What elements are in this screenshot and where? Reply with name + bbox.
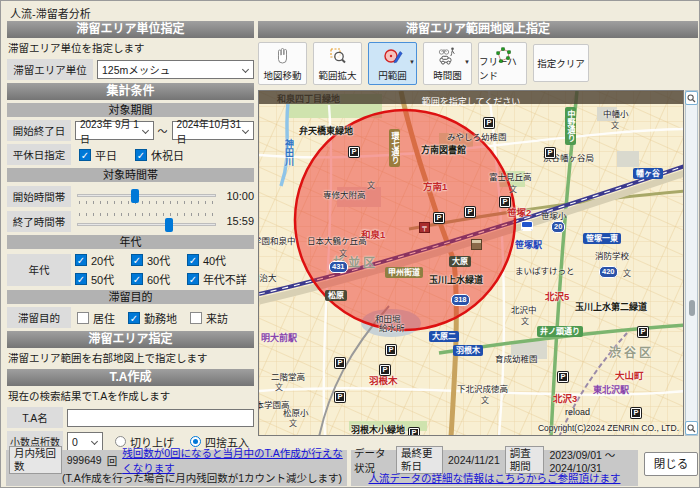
- section-header-ta: T.A作成: [7, 369, 254, 386]
- checkbox-休祝日[interactable]: ✓休祝日: [135, 147, 184, 163]
- map-label: みやしろ幼稚園: [447, 130, 507, 142]
- map-label: reload: [565, 407, 590, 417]
- map-label: 北沢5: [545, 289, 569, 303]
- map-label: 消防学校: [595, 249, 629, 261]
- tool-travel-time[interactable]: 時間圏 ▼: [423, 42, 472, 85]
- checkbox-60代[interactable]: ✓60代: [131, 271, 187, 287]
- magnifier-icon: [687, 94, 696, 103]
- zoom-thumb[interactable]: [689, 300, 695, 316]
- end-time-slider[interactable]: [75, 210, 218, 232]
- tool-clear[interactable]: 指定クリア: [533, 44, 589, 82]
- checkbox-mark[interactable]: ✓: [131, 254, 143, 266]
- data-detail-link[interactable]: 人流データの詳細な情報はこちらからご参照頂けます: [369, 472, 621, 484]
- end-time-value: 15:59: [222, 215, 254, 227]
- poi-icon: 〒: [419, 222, 430, 233]
- map-label: 大原二: [429, 331, 459, 342]
- magnifier-icon: [687, 424, 696, 433]
- checkbox-30代[interactable]: ✓30代: [131, 252, 187, 268]
- tool-circle-range[interactable]: 円範囲 ▼: [368, 42, 417, 85]
- school-icon: 文: [509, 183, 517, 194]
- checkbox-居住[interactable]: 居住: [77, 310, 115, 326]
- checkbox-mark[interactable]: ✓: [75, 273, 87, 285]
- checkbox-20代[interactable]: ✓20代: [75, 252, 131, 268]
- dropdown-arrow-icon[interactable]: ▼: [409, 59, 415, 65]
- tool-label: 円範囲: [378, 68, 407, 82]
- tool-label: 範囲拡大: [318, 68, 356, 82]
- end-date-select[interactable]: 2024年10月31日: [172, 121, 254, 140]
- checkbox-50代[interactable]: ✓50代: [75, 271, 131, 287]
- checkbox-mark[interactable]: ✓: [75, 254, 87, 266]
- area-description: 滞留エリア範囲を右部地図上で指定します: [7, 348, 254, 366]
- checkbox-mark[interactable]: ✓: [79, 149, 91, 161]
- parking-icon: P: [349, 147, 359, 157]
- map-label: 富士見丘高: [489, 170, 532, 182]
- start-time-slider[interactable]: [75, 185, 218, 207]
- date-separator: ～: [158, 123, 168, 138]
- map-label: 大原: [449, 256, 471, 267]
- tool-map-move[interactable]: 地図移動: [258, 42, 307, 85]
- map-label: 井ノ頭通り: [537, 326, 583, 337]
- map-label: 渋谷区: [609, 343, 654, 360]
- start-date-select[interactable]: 2023年 9月 1日: [75, 121, 154, 140]
- start-time-label: 開始時間帯: [7, 186, 71, 207]
- tool-freehand[interactable]: フリーハンド: [478, 42, 527, 85]
- dropdown-arrow-icon[interactable]: ▼: [464, 59, 470, 65]
- unit-select[interactable]: 125mメッシュ: [97, 60, 254, 79]
- map-label: 学園和泉中: [258, 234, 296, 246]
- map-label: まいばすけっと: [515, 264, 575, 276]
- map-label: 松原: [325, 290, 347, 301]
- parking-icon: P: [434, 213, 444, 223]
- school-icon: 文: [521, 315, 529, 326]
- checkbox-mark[interactable]: ✓: [131, 273, 143, 285]
- hand-icon: [273, 46, 293, 66]
- decimal-select[interactable]: 0: [67, 432, 103, 451]
- map-label: 玉川上水第二緑道: [575, 300, 647, 313]
- school-icon: 文: [367, 179, 375, 190]
- map-label: 環七通り: [389, 129, 400, 167]
- checkbox-mark[interactable]: ✓: [135, 149, 147, 161]
- map-toolbar: 地図移動 範囲拡大 円範囲 ▼: [258, 42, 698, 85]
- tool-label: 指定クリア: [537, 56, 585, 70]
- quota-unit: 回: [107, 453, 118, 468]
- purpose-label: 滞留目的: [7, 307, 71, 328]
- slider-thumb[interactable]: [131, 189, 139, 203]
- travel-time-icon: [437, 46, 459, 66]
- checkbox-mark[interactable]: [190, 312, 202, 324]
- ta-name-label: T.A名: [7, 407, 63, 428]
- daytype-label: 平休日指定: [7, 144, 71, 165]
- checkbox-平日[interactable]: ✓平日: [79, 147, 117, 163]
- settings-panel: 滞留エリア単位指定 滞留エリア単位を指定します 滞留エリア単位 125mメッシュ…: [7, 21, 254, 477]
- tool-zoom-area[interactable]: 範囲拡大: [313, 42, 362, 85]
- map-zoom-scrollbar[interactable]: [685, 90, 698, 436]
- option-label: 勤務地: [144, 310, 177, 326]
- close-button[interactable]: 閉じる: [644, 452, 698, 476]
- map-label: 大山町: [615, 368, 644, 382]
- slider-ticks: [79, 201, 214, 204]
- school-icon: 文: [289, 417, 297, 428]
- map-instruction-bar: 範囲を指定してください: [259, 91, 683, 104]
- parking-icon: P: [465, 207, 475, 217]
- zoom-track[interactable]: [686, 105, 697, 421]
- parking-icon: P: [631, 408, 641, 418]
- checkbox-年代不詳[interactable]: ✓年代不詳: [187, 271, 254, 287]
- checkbox-来訪[interactable]: 来訪: [190, 310, 228, 326]
- map-label: 弁天橋東緑地: [299, 124, 353, 137]
- map-label: 方南1: [423, 179, 447, 193]
- checkbox-mark[interactable]: [77, 312, 89, 324]
- zoom-out-button[interactable]: [685, 421, 698, 435]
- slider-ticks: [79, 213, 214, 216]
- checkbox-40代[interactable]: ✓40代: [187, 252, 254, 268]
- parking-icon: P: [484, 118, 494, 128]
- ta-name-input[interactable]: [67, 409, 254, 427]
- map-label: 明大前駅: [261, 331, 297, 344]
- map-label: 笹塚駅: [515, 238, 542, 251]
- unit-select-value: 125mメッシュ: [102, 62, 170, 77]
- school-icon: 文: [481, 394, 489, 405]
- checkbox-mark[interactable]: ✓: [187, 273, 199, 285]
- zoom-in-button[interactable]: [685, 91, 698, 105]
- checkbox-mark[interactable]: ✓: [187, 254, 199, 266]
- slider-thumb[interactable]: [165, 218, 173, 232]
- checkbox-勤務地[interactable]: ✓勤務地: [128, 310, 177, 326]
- checkbox-mark[interactable]: ✓: [128, 312, 140, 324]
- map[interactable]: 範囲を指定してください 和泉四丁目緑地弁天橋東緑地神田川みやしろ幼稚園方南図書館…: [258, 90, 684, 436]
